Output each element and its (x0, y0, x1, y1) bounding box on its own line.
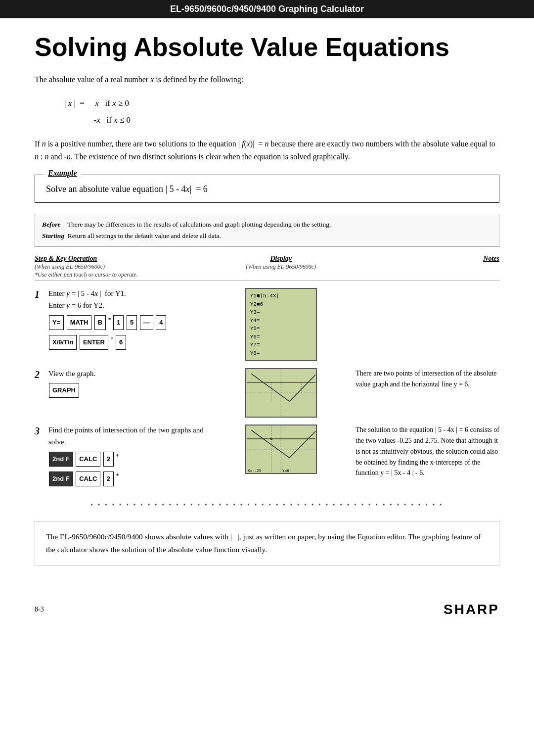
key-2-2: 2 (103, 472, 114, 486)
key-enter: ENTER (80, 335, 108, 350)
step-1-keys-row2: X/θ/T/n ENTER * 6 (48, 333, 211, 350)
example-label: Example (44, 169, 81, 178)
page-content: Solving Absolute Value Equations The abs… (0, 18, 534, 591)
step-3-keys-row1: 2nd F CALC 2 * (48, 450, 211, 467)
step-2-keys: GRAPH (48, 382, 211, 398)
key-calc-2: CALC (76, 472, 100, 486)
graph-svg-3: X=-.25 Y=6 (246, 425, 316, 473)
abs-definition: | x | = x if x ≥ 0 -x if x ≤ 0 (64, 95, 499, 129)
col-display-header: Display (When using EL-9650/9600c) (211, 255, 351, 279)
starting-text: Return all settings to the default value… (68, 232, 221, 239)
screen-line-4: Y4= (250, 317, 312, 325)
step-2-content: View the graph. GRAPH (48, 368, 211, 400)
step-1-display: Y1■|5-4X| Y2■6 Y3= Y4= Y5= Y6= Y7= Y8= (211, 288, 351, 361)
key-y-equals: Y= (49, 315, 64, 330)
abs-def-line2: -x if x ≤ 0 (64, 112, 499, 129)
starting-line: Starting Return all settings to the defa… (42, 231, 492, 242)
col-step-header: Step & Key Operation (When using EL-9650… (35, 255, 211, 279)
calc-screen-2 (245, 368, 317, 418)
screen-line-3: Y3= (250, 308, 312, 317)
abs-def-line1: | x | = x if x ≥ 0 (64, 95, 499, 112)
key-2ndf-1: 2nd F (49, 452, 73, 467)
step-3-notes: The solution to the equation | 5 - 4x | … (351, 425, 499, 478)
bottom-note-text: The EL-9650/9600c/9450/9400 shows absolu… (46, 532, 481, 554)
example-box: Example Solve an absolute value equation… (35, 175, 499, 203)
header-title: EL-9650/9600c/9450/9400 Graphing Calcula… (170, 4, 364, 14)
svg-text:X=-.25: X=-.25 (248, 469, 262, 473)
before-box: Before There may be differences in the r… (35, 214, 499, 247)
sharp-logo: SHARP (444, 602, 499, 617)
step-2-text: View the graph. (48, 368, 211, 379)
page-number: 8-3 (35, 606, 44, 614)
key-1: 1 (113, 315, 124, 330)
key-2ndf-2: 2nd F (49, 472, 73, 486)
svg-text:Y=6: Y=6 (282, 469, 289, 473)
step-2-notes-text: There are two points of intersection of … (356, 370, 496, 388)
col-step-sub2: *Use either pen touch or cursor to opera… (35, 271, 138, 278)
col-step-sub1: (When using EL-9650/9600c) (35, 263, 105, 270)
col-display-label: Display (270, 255, 292, 262)
key-b: B (94, 315, 106, 330)
screen-line-6: Y6= (250, 333, 312, 341)
step-1-text1: Enter y = | 5 - 4x | for Y1. (48, 288, 211, 299)
example-content: Solve an absolute value equation | 5 - 4… (35, 175, 499, 202)
steps-header: Step & Key Operation (When using EL-9650… (35, 255, 499, 281)
body-text-1: If n is a positive number, there are two… (35, 138, 499, 164)
col-display-sub: (When using EL-9650/9600c) (246, 263, 316, 270)
screen-line-2: Y2■6 (250, 300, 312, 309)
screen-line-8: Y8= (250, 349, 312, 358)
starting-label: Starting (42, 232, 64, 239)
step-3-content: Find the points of intersection of the t… (48, 425, 211, 489)
screen-line-7: Y7= (250, 341, 312, 349)
step-1-keys-row1: Y= MATH B * 1 5 — 4 (48, 314, 211, 331)
step-3-display: X=-.25 Y=6 (211, 425, 351, 474)
page-title: Solving Absolute Value Equations (35, 33, 499, 61)
graph-svg-2 (246, 369, 316, 417)
before-label: Before (42, 221, 61, 228)
intro-text: The absolute value of a real number x is… (35, 73, 499, 86)
step-3-row: 3 Find the points of intersection of the… (35, 425, 499, 489)
step-3-keys-row2: 2nd F CALC 2 * (48, 470, 211, 486)
key-minus: — (140, 315, 153, 330)
key-math: MATH (67, 315, 92, 330)
step-2-row: 2 View the graph. GRAPH (35, 368, 499, 418)
before-text: There may be differences in the results … (67, 221, 331, 228)
step-1-row: 1 Enter y = | 5 - 4x | for Y1. Enter y =… (35, 288, 499, 361)
step-2-notes: There are two points of intersection of … (351, 368, 499, 389)
step-2-display (211, 368, 351, 418)
calc-screen-1: Y1■|5-4X| Y2■6 Y3= Y4= Y5= Y6= Y7= Y8= (245, 288, 317, 361)
step-3-num: 3 (35, 425, 48, 437)
header-bar: EL-9650/9600c/9450/9400 Graphing Calcula… (0, 0, 534, 18)
key-4: 4 (156, 315, 166, 330)
asterisk-4: * (116, 472, 119, 479)
calc-screen-3: X=-.25 Y=6 (245, 425, 317, 474)
step-1-num: 1 (35, 289, 48, 300)
step-1-content: Enter y = | 5 - 4x | for Y1. Enter y = 6… (48, 288, 211, 352)
key-calc-1: CALC (76, 452, 100, 467)
page-footer: 8-3 SHARP (0, 596, 534, 623)
key-2-1: 2 (103, 452, 114, 467)
key-xthetan: X/θ/T/n (49, 335, 77, 350)
step-3-text: Find the points of intersection of the t… (48, 425, 211, 448)
key-6: 6 (116, 335, 126, 350)
step-3-notes-text: The solution to the equation | 5 - 4x | … (356, 426, 499, 476)
col-notes-label: Notes (483, 255, 499, 262)
col-notes-header: Notes (351, 255, 499, 279)
screen-line-5: Y5= (250, 325, 312, 333)
step-2-num: 2 (35, 369, 48, 380)
svg-point-11 (270, 438, 272, 440)
screen-line-1: Y1■|5-4X| (250, 292, 312, 300)
key-5: 5 (127, 315, 137, 330)
asterisk-2: * (111, 335, 114, 342)
dot-divider: • • • • • • • • • • • • • • • • • • • • … (35, 501, 499, 509)
bottom-box: The EL-9650/9600c/9450/9400 shows absolu… (35, 521, 499, 566)
step-1-text2: Enter y = 6 for Y2. (48, 300, 211, 311)
before-line: Before There may be differences in the r… (42, 219, 492, 231)
asterisk-3: * (116, 453, 119, 460)
key-graph: GRAPH (49, 383, 79, 398)
col-step-label: Step & Key Operation (35, 255, 97, 262)
asterisk-1: * (108, 316, 111, 323)
